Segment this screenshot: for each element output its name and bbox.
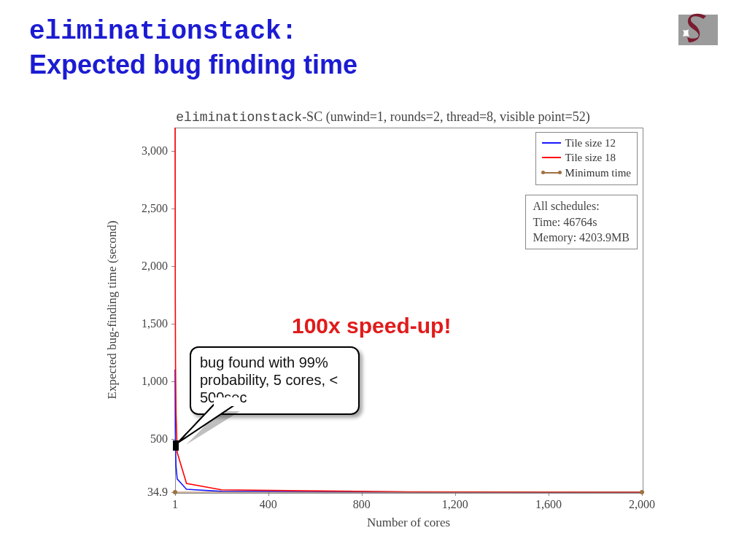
y-tick-label: 3,000 <box>95 144 168 158</box>
y-tick-label: 2,000 <box>95 260 168 273</box>
x-tick-label: 2,000 <box>629 498 655 511</box>
data-marker-icon <box>173 445 179 451</box>
chart-title: eliminationstack-SC (unwind=1, rounds=2,… <box>95 109 671 125</box>
x-tick-label: 800 <box>353 498 371 511</box>
title-mono: eliminationstack: <box>29 17 297 47</box>
y-axis-label: Expected bug-finding time (second) <box>105 220 120 399</box>
org-logo <box>678 10 718 50</box>
y-tick-label: 2,500 <box>95 202 168 215</box>
svg-rect-2 <box>678 45 718 50</box>
svg-marker-7 <box>178 403 237 443</box>
slide-title: eliminationstack: Expected bug finding t… <box>29 13 718 81</box>
x-axis-label: Number of cores <box>367 516 450 530</box>
chart-title-mono: eliminationstack <box>176 110 302 125</box>
chart-title-rest: -SC (unwind=1, rounds=2, thread=8, visib… <box>302 109 590 124</box>
y-tick-label: 1,500 <box>95 317 168 330</box>
x-tick-label: 1,600 <box>535 498 562 511</box>
callout-tail-icon <box>175 128 642 492</box>
y-tick-label: 1,000 <box>95 375 168 388</box>
y-tick-label: 34.9 <box>95 486 168 499</box>
x-tick-label: 1,200 <box>442 498 468 511</box>
x-tick-label: 1 <box>172 498 178 511</box>
chart: eliminationstack-SC (unwind=1, rounds=2,… <box>95 109 671 536</box>
title-rest: Expected bug finding time <box>29 50 357 79</box>
y-tick-label: 500 <box>95 432 168 446</box>
svg-rect-8 <box>214 397 240 406</box>
plot-area: Expected bug-finding time (second) Numbe… <box>175 128 642 492</box>
x-tick-label: 400 <box>260 498 277 511</box>
